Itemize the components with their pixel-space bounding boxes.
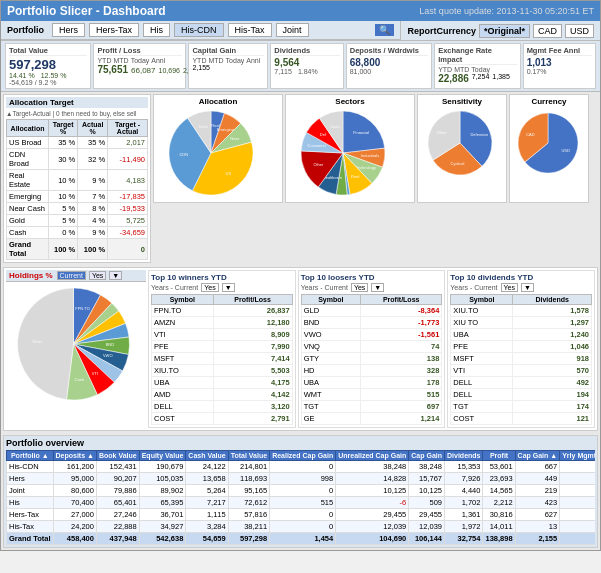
div-value: 1,578 (513, 305, 592, 317)
ov-total: 57,816 (228, 509, 269, 521)
alloc-title: Allocation Target (6, 97, 148, 108)
holdings-current-btn[interactable]: Current (57, 271, 86, 280)
dividends-row: DELL 492 (451, 377, 592, 389)
winner-pl: 2,791 (213, 413, 292, 425)
ov-equity: 34,927 (139, 521, 186, 533)
ov-equity: 542,638 (139, 533, 186, 545)
winners-row: MSFT 7,414 (152, 353, 293, 365)
alloc-row-actual: 4 % (78, 215, 108, 227)
losers-current-btn[interactable]: Yes (351, 283, 368, 292)
div-symbol: COST (451, 413, 513, 425)
pie-label: Other (437, 130, 448, 135)
winner-pl: 4,142 (213, 389, 292, 401)
ov-cash: 13,658 (186, 473, 228, 485)
div-value: 1,297 (513, 317, 592, 329)
ov-equity: 89,902 (139, 485, 186, 497)
winner-symbol: MSFT (152, 353, 214, 365)
rc-original-btn[interactable]: *Original* (479, 24, 530, 38)
ov-capgain2: 667 (515, 461, 560, 473)
ov-mgmtfee: 0.38 % (560, 473, 595, 485)
ov-bookvalue: 152,431 (96, 461, 139, 473)
winners-current-btn[interactable]: Yes (201, 283, 218, 292)
alloc-row-target: 5 % (49, 215, 78, 227)
winners-row: AMD 4,142 (152, 389, 293, 401)
losers-row: WMT 515 (301, 389, 442, 401)
currency-pie-panel: Currency USDCAD (509, 94, 589, 203)
dividends-row: PFE 1,046 (451, 341, 592, 353)
ov-unrealcg: 38,248 (336, 461, 409, 473)
ov-unrealcg: 29,455 (336, 509, 409, 521)
currency-pie-title: Currency (512, 97, 586, 106)
loser-symbol: GE (301, 413, 360, 425)
ov-mgmtfee: 0.04 % (560, 497, 595, 509)
losers-row: GTY 138 (301, 353, 442, 365)
alloc-row-diff: -17,835 (108, 191, 148, 203)
portfolio-his-btn[interactable]: His (143, 23, 170, 37)
pie-label: CAD (526, 132, 535, 137)
rc-label: ReportCurrency (407, 26, 476, 36)
ov-capgain: 106,144 (409, 533, 445, 545)
rc-usd-btn[interactable]: USD (565, 24, 594, 38)
mgmt-fee-box: Mgmt Fee Annl 1,013 0.17% (523, 43, 596, 89)
div-val-header: Dividends (513, 295, 592, 305)
losers-pl-header: Profit/Loss (360, 295, 441, 305)
overview-row: His-Tax 24,200 22,888 34,927 3,284 38,21… (7, 521, 596, 533)
winner-pl: 3,120 (213, 401, 292, 413)
ov-dividends: 7,926 (445, 473, 483, 485)
div-title: Dividends (274, 46, 339, 56)
alloc-row-diff: 4,183 (108, 170, 148, 191)
alloc-row-diff: -11,490 (108, 149, 148, 170)
allocation-pie-svg: RealEmergingNearUSCDNCash (156, 108, 266, 198)
ov-equity: 36,701 (139, 509, 186, 521)
sectors-pie-title: Sectors (288, 97, 412, 106)
exchange-rate-box: Exchange Rate Impact YTDMTDToday 22,886 … (434, 43, 520, 89)
alloc-row-actual: 9 % (78, 170, 108, 191)
ov-dividends: 15,353 (445, 461, 483, 473)
dividends-table: Symbol Dividends XIU.TO 1,578 XIU TO 1,2… (450, 294, 592, 425)
portfolio-label: Portfolio (7, 25, 44, 35)
winners-title: Top 10 winners YTD (151, 273, 293, 282)
portfolio-hers-btn[interactable]: Hers (52, 23, 85, 37)
ov-dividends: 32,754 (445, 533, 483, 545)
ov-realcg: 0 (270, 521, 336, 533)
pie-label: Industrials (361, 153, 379, 158)
winners-filter-btn[interactable]: ▼ (222, 283, 235, 292)
loser-pl: 515 (360, 389, 441, 401)
search-button[interactable]: 🔍 (375, 24, 394, 36)
pie-label: VWO (103, 353, 113, 358)
dividends-filter-btn[interactable]: ▼ (521, 283, 534, 292)
holdings-yes-btn[interactable]: Yes (89, 271, 106, 280)
portfolio-joint-btn[interactable]: Joint (276, 23, 309, 37)
portfolio-hers-tax-btn[interactable]: Hers-Tax (89, 23, 139, 37)
ov-portfolio: Hers-Tax (7, 509, 54, 521)
losers-filter-btn[interactable]: ▼ (371, 283, 384, 292)
holdings-filter-btn[interactable]: ▼ (109, 271, 122, 280)
overview-row: Grand Total 458,400 437,948 542,638 54,6… (7, 533, 596, 545)
tv-cash: -54,619 / 9.2 % (9, 79, 87, 86)
ov-bookvalue: 22,888 (96, 521, 139, 533)
portfolio-his-tax-btn[interactable]: His-Tax (228, 23, 272, 37)
alloc-row-diff: 2,017 (108, 137, 148, 149)
loser-symbol: TGT (301, 401, 360, 413)
allocation-pie-panel: Allocation RealEmergingNearUSCDNCash (153, 94, 283, 203)
ov-capgain2: 449 (515, 473, 560, 485)
losers-table: Symbol Profit/Loss GLD -8,364 BND -1,773… (301, 294, 443, 425)
mf-title: Mgmt Fee Annl (527, 46, 592, 56)
rc-cad-btn[interactable]: CAD (533, 24, 562, 38)
dividends-current-btn[interactable]: Yes (501, 283, 518, 292)
dep-title: Deposits / Wdrdwls (350, 46, 428, 56)
winner-symbol: VTI (152, 329, 214, 341)
ov-cash: 54,659 (186, 533, 228, 545)
alloc-row-actual: 35 % (78, 137, 108, 149)
portfolio-his-cdn-btn[interactable]: His-CDN (174, 23, 224, 37)
overview-row: Hers 95,000 90,207 105,035 13,658 118,69… (7, 473, 596, 485)
profit-loss-box: Profit / Loss YTDMTDTodayAnnl 75,651 66,… (93, 43, 186, 89)
losers-row: VNQ 74 (301, 341, 442, 353)
pie-label: US (226, 171, 232, 176)
pl-title: Profit / Loss (97, 46, 182, 56)
winner-symbol: COST (152, 413, 214, 425)
ov-realcg-hdr: Realized Cap Gain (270, 451, 336, 461)
div-value: 194 (513, 389, 592, 401)
pie-label: Cash (198, 124, 207, 129)
winner-pl: 7,990 (213, 341, 292, 353)
